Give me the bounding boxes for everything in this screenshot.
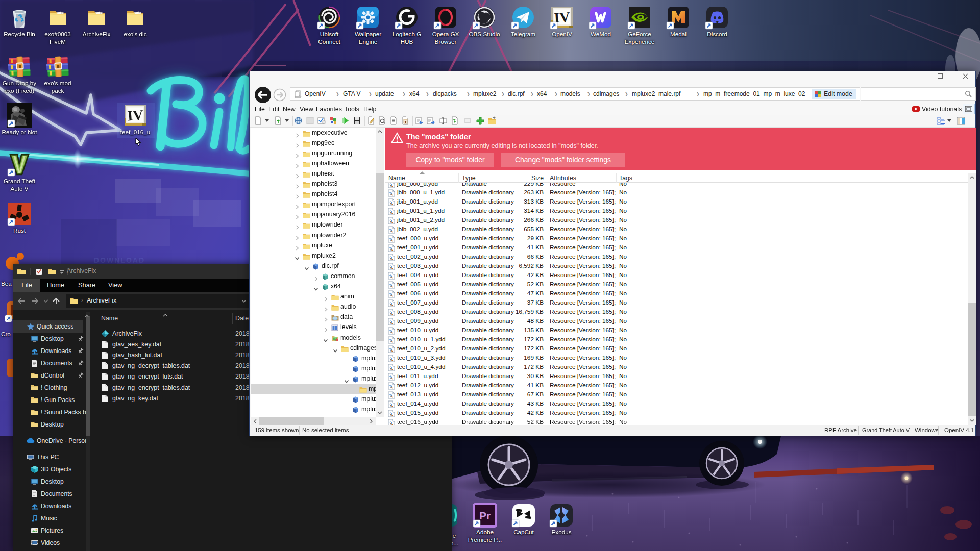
svg-text:IV: IV: [127, 107, 143, 123]
svg-text:Pr: Pr: [479, 510, 491, 521]
svg-text:T: T: [404, 120, 407, 124]
